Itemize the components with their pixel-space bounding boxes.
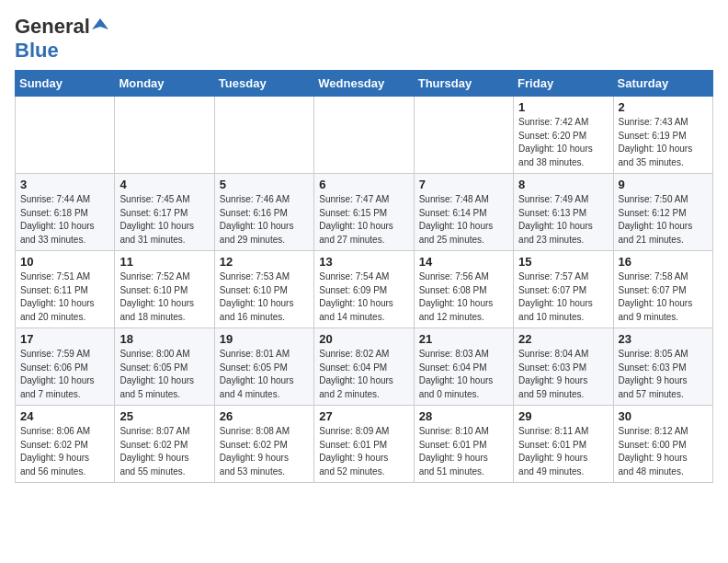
day-info: Sunrise: 8:01 AM Sunset: 6:05 PM Dayligh… [220, 348, 309, 401]
day-info: Sunrise: 7:49 AM Sunset: 6:13 PM Dayligh… [518, 193, 608, 247]
day-number: 10 [20, 255, 109, 269]
day-number: 23 [619, 332, 708, 346]
day-cell: 7Sunrise: 7:48 AM Sunset: 6:14 PM Daylig… [414, 174, 513, 251]
logo-bird-icon [92, 17, 108, 33]
week-row-1: 1Sunrise: 7:42 AM Sunset: 6:20 PM Daylig… [16, 97, 713, 174]
week-row-4: 17Sunrise: 7:59 AM Sunset: 6:06 PM Dayli… [16, 328, 713, 406]
day-cell: 20Sunrise: 8:02 AM Sunset: 6:04 PM Dayli… [314, 328, 414, 406]
day-cell: 9Sunrise: 7:50 AM Sunset: 6:12 PM Daylig… [613, 174, 712, 251]
day-info: Sunrise: 8:12 AM Sunset: 6:00 PM Dayligh… [619, 425, 708, 478]
day-cell: 22Sunrise: 8:04 AM Sunset: 6:03 PM Dayli… [514, 328, 613, 406]
day-info: Sunrise: 8:06 AM Sunset: 6:02 PM Dayligh… [20, 425, 109, 478]
day-number: 22 [518, 332, 608, 346]
day-number: 3 [20, 178, 109, 191]
day-cell: 21Sunrise: 8:03 AM Sunset: 6:04 PM Dayli… [414, 328, 513, 406]
weekday-header-wednesday: Wednesday [314, 71, 414, 97]
day-info: Sunrise: 8:07 AM Sunset: 6:02 PM Dayligh… [119, 425, 209, 478]
day-number: 1 [518, 100, 608, 114]
day-info: Sunrise: 7:58 AM Sunset: 6:07 PM Dayligh… [619, 270, 708, 324]
weekday-header-friday: Friday [514, 71, 613, 97]
calendar-body: 1Sunrise: 7:42 AM Sunset: 6:20 PM Daylig… [16, 97, 713, 483]
day-cell: 11Sunrise: 7:52 AM Sunset: 6:10 PM Dayli… [115, 251, 214, 328]
day-cell: 4Sunrise: 7:45 AM Sunset: 6:17 PM Daylig… [115, 174, 214, 251]
day-cell: 6Sunrise: 7:47 AM Sunset: 6:15 PM Daylig… [314, 174, 414, 251]
calendar-table: SundayMondayTuesdayWednesdayThursdayFrid… [15, 70, 713, 483]
day-cell: 26Sunrise: 8:08 AM Sunset: 6:02 PM Dayli… [214, 406, 313, 483]
day-number: 26 [220, 409, 309, 423]
day-info: Sunrise: 7:56 AM Sunset: 6:08 PM Dayligh… [419, 270, 508, 324]
day-number: 5 [220, 178, 309, 191]
day-cell: 15Sunrise: 7:57 AM Sunset: 6:07 PM Dayli… [514, 251, 613, 328]
day-cell [16, 97, 115, 174]
week-row-2: 3Sunrise: 7:44 AM Sunset: 6:18 PM Daylig… [16, 174, 713, 251]
day-cell [314, 97, 414, 174]
day-info: Sunrise: 7:42 AM Sunset: 6:20 PM Dayligh… [518, 116, 608, 169]
day-number: 16 [619, 255, 708, 269]
day-info: Sunrise: 8:10 AM Sunset: 6:01 PM Dayligh… [419, 425, 508, 478]
header: General Blue [15, 15, 713, 63]
day-number: 9 [619, 178, 708, 191]
day-number: 12 [220, 255, 309, 269]
logo-line2: Blue [15, 39, 59, 63]
day-number: 15 [518, 255, 608, 269]
day-cell: 18Sunrise: 8:00 AM Sunset: 6:05 PM Dayli… [115, 328, 214, 406]
day-info: Sunrise: 7:57 AM Sunset: 6:07 PM Dayligh… [518, 270, 608, 324]
logo-line1: General [15, 15, 108, 39]
calendar-header: SundayMondayTuesdayWednesdayThursdayFrid… [16, 71, 713, 97]
day-number: 14 [419, 255, 508, 269]
day-info: Sunrise: 8:00 AM Sunset: 6:05 PM Dayligh… [119, 348, 209, 401]
weekday-header-saturday: Saturday [613, 71, 712, 97]
day-cell: 19Sunrise: 8:01 AM Sunset: 6:05 PM Dayli… [214, 328, 313, 406]
day-cell: 12Sunrise: 7:53 AM Sunset: 6:10 PM Dayli… [214, 251, 313, 328]
day-cell: 29Sunrise: 8:11 AM Sunset: 6:01 PM Dayli… [514, 406, 613, 483]
day-info: Sunrise: 7:44 AM Sunset: 6:18 PM Dayligh… [20, 193, 109, 247]
day-info: Sunrise: 7:52 AM Sunset: 6:10 PM Dayligh… [119, 270, 209, 324]
day-info: Sunrise: 8:08 AM Sunset: 6:02 PM Dayligh… [220, 425, 309, 478]
day-cell: 5Sunrise: 7:46 AM Sunset: 6:16 PM Daylig… [214, 174, 313, 251]
weekday-header-tuesday: Tuesday [214, 71, 313, 97]
weekday-header-monday: Monday [115, 71, 214, 97]
day-info: Sunrise: 8:03 AM Sunset: 6:04 PM Dayligh… [419, 348, 508, 401]
day-cell: 14Sunrise: 7:56 AM Sunset: 6:08 PM Dayli… [414, 251, 513, 328]
day-cell: 27Sunrise: 8:09 AM Sunset: 6:01 PM Dayli… [314, 406, 414, 483]
day-number: 13 [319, 255, 408, 269]
page: General Blue SundayMondayTuesdayWednesda… [0, 0, 728, 498]
day-number: 19 [220, 332, 309, 346]
day-info: Sunrise: 8:11 AM Sunset: 6:01 PM Dayligh… [518, 425, 608, 478]
day-cell [214, 97, 313, 174]
day-info: Sunrise: 7:45 AM Sunset: 6:17 PM Dayligh… [119, 193, 209, 247]
day-cell: 30Sunrise: 8:12 AM Sunset: 6:00 PM Dayli… [613, 406, 712, 483]
day-number: 20 [319, 332, 408, 346]
day-cell: 25Sunrise: 8:07 AM Sunset: 6:02 PM Dayli… [115, 406, 214, 483]
day-info: Sunrise: 7:59 AM Sunset: 6:06 PM Dayligh… [20, 348, 109, 401]
day-info: Sunrise: 8:02 AM Sunset: 6:04 PM Dayligh… [319, 348, 408, 401]
day-cell: 1Sunrise: 7:42 AM Sunset: 6:20 PM Daylig… [514, 97, 613, 174]
day-cell: 16Sunrise: 7:58 AM Sunset: 6:07 PM Dayli… [613, 251, 712, 328]
day-number: 4 [119, 178, 209, 191]
day-info: Sunrise: 7:54 AM Sunset: 6:09 PM Dayligh… [319, 270, 408, 324]
day-number: 7 [419, 178, 508, 191]
day-info: Sunrise: 8:05 AM Sunset: 6:03 PM Dayligh… [619, 348, 708, 401]
day-number: 21 [419, 332, 508, 346]
day-info: Sunrise: 7:50 AM Sunset: 6:12 PM Dayligh… [619, 193, 708, 247]
day-cell: 23Sunrise: 8:05 AM Sunset: 6:03 PM Dayli… [613, 328, 712, 406]
day-info: Sunrise: 8:04 AM Sunset: 6:03 PM Dayligh… [518, 348, 608, 401]
day-number: 27 [319, 409, 408, 423]
day-cell: 28Sunrise: 8:10 AM Sunset: 6:01 PM Dayli… [414, 406, 513, 483]
day-number: 30 [619, 409, 708, 423]
day-info: Sunrise: 7:47 AM Sunset: 6:15 PM Dayligh… [319, 193, 408, 247]
day-info: Sunrise: 7:48 AM Sunset: 6:14 PM Dayligh… [419, 193, 508, 247]
day-number: 2 [619, 100, 708, 114]
day-cell [115, 97, 214, 174]
logo: General Blue [15, 15, 108, 63]
day-cell: 8Sunrise: 7:49 AM Sunset: 6:13 PM Daylig… [514, 174, 613, 251]
day-cell: 17Sunrise: 7:59 AM Sunset: 6:06 PM Dayli… [16, 328, 115, 406]
day-cell: 13Sunrise: 7:54 AM Sunset: 6:09 PM Dayli… [314, 251, 414, 328]
day-number: 29 [518, 409, 608, 423]
day-number: 25 [119, 409, 209, 423]
svg-marker-0 [92, 18, 108, 29]
day-number: 24 [20, 409, 109, 423]
day-cell [414, 97, 513, 174]
day-number: 11 [119, 255, 209, 269]
day-cell: 24Sunrise: 8:06 AM Sunset: 6:02 PM Dayli… [16, 406, 115, 483]
